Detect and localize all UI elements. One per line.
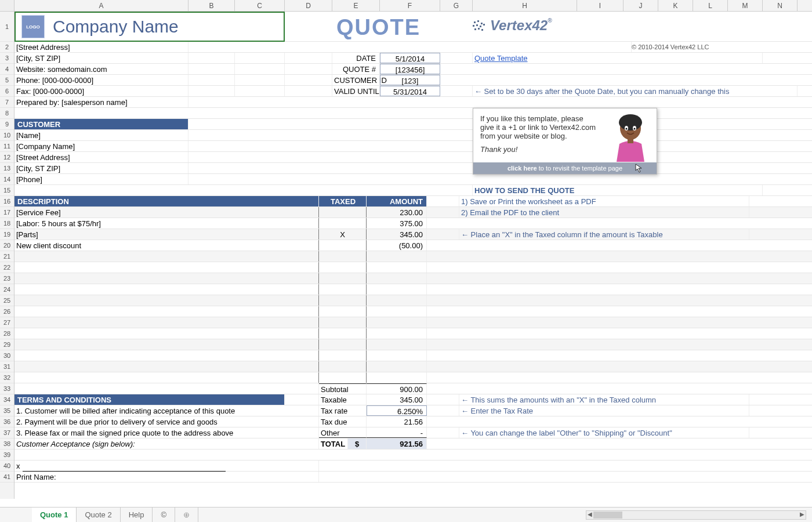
col-J[interactable]: J bbox=[624, 0, 658, 11]
valid-until-value[interactable]: 5/31/2014 bbox=[380, 86, 440, 96]
row-10[interactable]: 10 bbox=[0, 130, 14, 141]
line-taxed[interactable] bbox=[319, 306, 367, 317]
line-amount[interactable] bbox=[367, 339, 427, 350]
line-amount[interactable] bbox=[367, 306, 427, 317]
line-amount[interactable] bbox=[367, 262, 427, 273]
line-desc[interactable]: [Labor: 5 hours at $75/hr] bbox=[14, 218, 319, 229]
row-26[interactable]: 26 bbox=[0, 306, 14, 317]
line-amount[interactable]: 375.00 bbox=[367, 218, 427, 229]
line-taxed[interactable] bbox=[319, 295, 367, 306]
add-sheet-button[interactable]: ⊕ bbox=[175, 507, 198, 523]
line-amount[interactable] bbox=[367, 317, 427, 328]
line-amount[interactable] bbox=[367, 273, 427, 284]
line-amount[interactable] bbox=[367, 361, 427, 372]
line-desc[interactable] bbox=[14, 372, 319, 383]
line-taxed[interactable] bbox=[319, 251, 367, 262]
row-5[interactable]: 5 bbox=[0, 75, 14, 86]
line-amount[interactable] bbox=[367, 295, 427, 306]
row-34[interactable]: 34 bbox=[0, 394, 14, 405]
scroll-left-icon[interactable]: ◀ bbox=[586, 511, 593, 519]
line-desc[interactable] bbox=[14, 262, 319, 273]
date-value[interactable]: 5/1/2014 bbox=[380, 53, 440, 63]
scroll-thumb[interactable] bbox=[593, 512, 622, 519]
term-1[interactable]: 1. Customer will be billed after indicat… bbox=[14, 405, 319, 416]
row-41[interactable]: 41 bbox=[0, 472, 14, 483]
customer-company[interactable]: [Company Name] bbox=[14, 141, 188, 151]
row-20[interactable]: 20 bbox=[0, 240, 14, 251]
line-amount[interactable]: 230.00 bbox=[367, 207, 427, 217]
line-taxed[interactable] bbox=[319, 317, 367, 328]
line-taxed[interactable] bbox=[319, 284, 367, 295]
row-3[interactable]: 3 bbox=[0, 53, 14, 64]
col-K[interactable]: K bbox=[658, 0, 693, 11]
row-1[interactable]: 1 bbox=[0, 12, 14, 42]
line-desc[interactable]: New client discount bbox=[14, 240, 319, 251]
line-desc[interactable] bbox=[14, 306, 319, 317]
row-7[interactable]: 7 bbox=[0, 97, 14, 108]
line-amount[interactable] bbox=[367, 251, 427, 262]
row-21[interactable]: 21 bbox=[0, 251, 14, 262]
row-24[interactable]: 24 bbox=[0, 284, 14, 295]
line-taxed[interactable] bbox=[319, 273, 367, 284]
col-M[interactable]: M bbox=[728, 0, 763, 11]
line-taxed[interactable] bbox=[319, 218, 367, 229]
other-value[interactable]: - bbox=[367, 427, 427, 438]
row-16[interactable]: 16 bbox=[0, 196, 14, 207]
line-taxed[interactable] bbox=[319, 361, 367, 372]
print-name[interactable]: Print Name: bbox=[14, 472, 319, 482]
taxable-value[interactable]: 345.00 bbox=[367, 394, 427, 405]
row-29[interactable]: 29 bbox=[0, 339, 14, 350]
row-9[interactable]: 9 bbox=[0, 119, 14, 130]
line-amount[interactable] bbox=[367, 328, 427, 339]
row-6[interactable]: 6 bbox=[0, 86, 14, 97]
subtotal-value[interactable]: 900.00 bbox=[367, 383, 427, 394]
line-desc[interactable] bbox=[14, 328, 319, 339]
line-desc[interactable] bbox=[14, 339, 319, 350]
customer-phone[interactable]: [Phone] bbox=[14, 174, 188, 184]
company-street[interactable]: [Street Address] bbox=[14, 42, 188, 52]
row-2[interactable]: 2 bbox=[0, 42, 14, 53]
line-desc[interactable] bbox=[14, 295, 319, 306]
col-F[interactable]: F bbox=[380, 0, 440, 11]
col-C[interactable]: C bbox=[235, 0, 285, 11]
taxdue-value[interactable]: 21.56 bbox=[367, 416, 427, 427]
line-desc[interactable] bbox=[14, 350, 319, 361]
other-label[interactable]: Other bbox=[319, 427, 367, 438]
customer-street[interactable]: [Street Address] bbox=[14, 152, 188, 162]
line-taxed[interactable] bbox=[319, 240, 367, 251]
customer-name[interactable]: [Name] bbox=[14, 130, 188, 140]
line-amount[interactable]: 345.00 bbox=[367, 229, 427, 240]
select-all-corner[interactable] bbox=[0, 0, 14, 11]
line-taxed[interactable] bbox=[319, 328, 367, 339]
line-amount[interactable] bbox=[367, 350, 427, 361]
signature-line[interactable]: x bbox=[14, 461, 319, 471]
line-desc[interactable]: [Parts] bbox=[14, 229, 319, 240]
line-taxed[interactable]: X bbox=[319, 229, 367, 240]
row-36[interactable]: 36 bbox=[0, 416, 14, 427]
row-38[interactable]: 38 bbox=[0, 438, 14, 449]
company-phone[interactable]: Phone: [000-000-0000] bbox=[14, 75, 188, 85]
row-40[interactable]: 40 bbox=[0, 461, 14, 472]
row-37[interactable]: 37 bbox=[0, 427, 14, 438]
promo-box[interactable]: If you like this template, please give i… bbox=[473, 108, 657, 175]
line-taxed[interactable] bbox=[319, 207, 367, 217]
horizontal-scrollbar[interactable]: ◀ ▶ bbox=[586, 510, 806, 520]
tab-copyright[interactable]: © bbox=[153, 507, 175, 523]
spreadsheet-cells[interactable]: LOGO Company Name QUOTE Vertex42® [Stree… bbox=[14, 12, 812, 499]
row-17[interactable]: 17 bbox=[0, 207, 14, 218]
company-website[interactable]: Website: somedomain.com bbox=[14, 64, 188, 74]
row-23[interactable]: 23 bbox=[0, 273, 14, 284]
row-22[interactable]: 22 bbox=[0, 262, 14, 273]
line-desc[interactable] bbox=[14, 317, 319, 328]
prepared-by[interactable]: Prepared by: [salesperson name] bbox=[14, 97, 188, 107]
line-desc[interactable] bbox=[14, 251, 319, 262]
col-G[interactable]: G bbox=[440, 0, 473, 11]
company-city[interactable]: [City, ST ZIP] bbox=[14, 53, 188, 63]
row-39[interactable]: 39 bbox=[0, 449, 14, 461]
col-N[interactable]: N bbox=[763, 0, 798, 11]
col-H[interactable]: H bbox=[473, 0, 577, 11]
row-19[interactable]: 19 bbox=[0, 229, 14, 240]
row-35[interactable]: 35 bbox=[0, 405, 14, 416]
row-33[interactable]: 33 bbox=[0, 383, 14, 394]
customer-city[interactable]: [City, ST ZIP] bbox=[14, 163, 188, 173]
